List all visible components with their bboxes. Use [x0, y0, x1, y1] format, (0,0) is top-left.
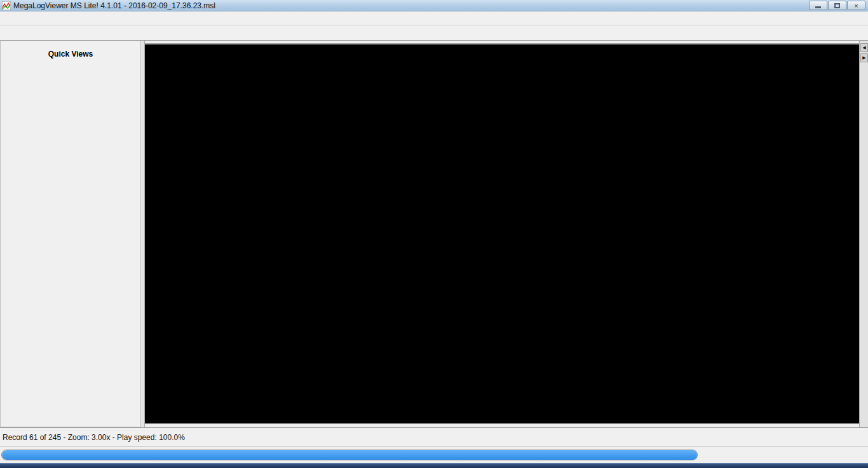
record-status-text: Record 61 of 245 - Zoom: 3.00x - Play sp… [0, 433, 866, 442]
app-icon [2, 1, 11, 10]
maximize-button[interactable] [828, 1, 846, 10]
status-bar: Record 61 of 245 - Zoom: 3.00x - Play sp… [0, 427, 868, 446]
minimize-button[interactable] [809, 1, 827, 10]
playback-bar [0, 446, 868, 463]
menu-bar [0, 12, 868, 25]
window-title: MegaLogViewer MS Lite! 4.1.01 - 2016-02-… [13, 1, 215, 10]
close-button[interactable]: × [847, 1, 865, 10]
tab-bar [0, 25, 868, 41]
app-window: MegaLogViewer MS Lite! 4.1.01 - 2016-02-… [0, 0, 868, 468]
windows-taskbar[interactable] [0, 463, 868, 468]
playback-progress[interactable] [1, 450, 698, 460]
quick-views-title: Quick Views [1, 50, 140, 59]
scroll-collapse-icon[interactable]: ◀ [860, 43, 868, 52]
plot-area [145, 41, 859, 427]
quick-views-panel: Quick Views [0, 41, 141, 427]
title-bar[interactable]: MegaLogViewer MS Lite! 4.1.01 - 2016-02-… [0, 0, 868, 11]
vertical-scrollbar[interactable]: ◀ ▶ [859, 41, 868, 427]
scroll-expand-icon[interactable]: ▶ [860, 53, 868, 62]
